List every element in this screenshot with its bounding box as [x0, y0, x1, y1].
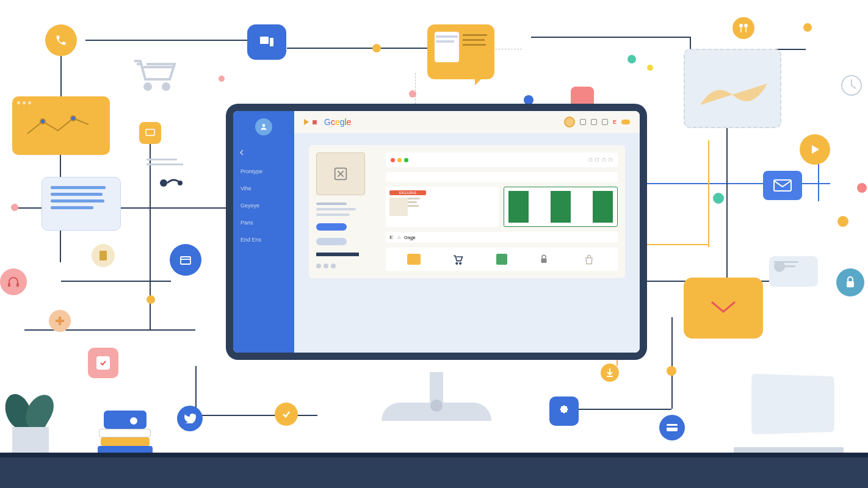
twitter-icon — [177, 406, 203, 431]
search-bar[interactable] — [386, 172, 618, 182]
app-sidebar: Prontype Vihe Geyeye Pans End Ens — [233, 111, 294, 353]
check-icon — [275, 403, 298, 426]
node-dot — [409, 90, 416, 98]
brand-logo: Gcegle — [324, 117, 351, 127]
chevron-left-icon — [238, 149, 245, 156]
connector-dashed — [415, 73, 416, 104]
connector-line — [61, 281, 171, 282]
play-icon — [800, 134, 830, 165]
svg-point-8 — [71, 116, 76, 121]
svg-point-7 — [40, 119, 45, 124]
books-decoration — [92, 400, 159, 454]
svg-rect-12 — [99, 251, 107, 260]
toolbar-icon[interactable] — [580, 119, 586, 125]
logo-strip: ◧ △ Ongje — [386, 232, 618, 243]
nested-window-header: ▢▢▢▢ — [386, 152, 618, 167]
playback-controls[interactable] — [304, 119, 317, 125]
play-icon — [304, 119, 309, 125]
sidebar-item-4[interactable]: End Ens — [238, 235, 289, 244]
svg-point-11 — [178, 181, 183, 185]
svg-rect-9 — [146, 129, 154, 135]
node-dot — [219, 76, 225, 82]
svg-rect-14 — [8, 283, 10, 287]
sidebar-item-2[interactable]: Geyeye — [238, 201, 289, 210]
desk-edge — [0, 453, 868, 458]
app-cart-icon[interactable] — [452, 254, 465, 265]
connector-line — [287, 48, 433, 49]
connector-line — [647, 244, 708, 245]
toolbar-icon[interactable] — [602, 119, 608, 125]
svg-point-25 — [460, 263, 461, 265]
content-card[interactable] — [504, 187, 618, 227]
account-avatar-icon[interactable] — [564, 117, 575, 127]
connector-line — [647, 183, 830, 184]
svg-point-24 — [456, 263, 458, 265]
node-dot — [11, 204, 18, 211]
box-icon — [170, 244, 201, 276]
node-dot — [713, 193, 724, 204]
pin-icon — [732, 17, 754, 39]
chat-icon — [427, 24, 494, 79]
svg-point-1 — [163, 84, 169, 90]
svg-rect-16 — [774, 180, 791, 191]
app-folder-icon[interactable] — [407, 254, 421, 265]
svg-point-22 — [262, 124, 266, 127]
toolbar-icon[interactable] — [591, 119, 597, 125]
connector-line — [708, 140, 709, 247]
svg-rect-20 — [667, 426, 678, 428]
sidebar-item-3[interactable]: Pans — [238, 218, 289, 227]
nested-browser-window: ▢▢▢▢ EXCLUSIVE — [309, 145, 625, 278]
node-dot — [627, 55, 636, 63]
chart-window-card — [12, 96, 110, 155]
plant-decoration — [6, 384, 55, 458]
laptop-decoration — [734, 375, 844, 454]
device-icon — [247, 24, 286, 60]
document-card — [42, 177, 121, 231]
mini-brand: Ongje — [404, 235, 416, 240]
connector-line — [60, 55, 62, 98]
node-dot — [647, 65, 653, 71]
sidebar-item-1[interactable]: Vihe — [238, 184, 289, 193]
connector-line — [85, 40, 250, 41]
node-dot — [667, 366, 676, 376]
toolbar-pill[interactable] — [621, 120, 630, 124]
node-dot — [837, 216, 848, 227]
clock-icon — [839, 73, 864, 98]
mail-icon — [763, 171, 802, 200]
svg-point-10 — [160, 179, 167, 187]
audio-icon — [159, 174, 183, 192]
card-icon — [659, 415, 685, 440]
svg-point-4 — [739, 24, 743, 27]
node-dot — [803, 23, 812, 32]
illustration-canvas: Prontype Vihe Geyeye Pans End Ens Gcegle — [0, 0, 868, 488]
app-bag-icon[interactable] — [583, 254, 596, 265]
secondary-button[interactable] — [316, 238, 347, 245]
svg-rect-15 — [16, 283, 19, 287]
stop-icon — [313, 120, 317, 124]
svg-point-5 — [744, 24, 748, 27]
app-doc-icon[interactable] — [496, 254, 507, 265]
svg-rect-2 — [260, 37, 269, 44]
connector-line — [726, 110, 728, 281]
user-avatar-icon[interactable] — [255, 118, 272, 135]
svg-rect-3 — [270, 38, 273, 46]
connector-line — [195, 415, 317, 416]
document-icon — [92, 244, 115, 267]
content-card[interactable]: EXCLUSIVE — [386, 187, 499, 227]
app-lock-icon[interactable] — [538, 254, 552, 265]
primary-button[interactable] — [316, 223, 347, 231]
node-dot — [857, 183, 867, 193]
preview-card — [769, 256, 818, 287]
checkbox-icon — [88, 348, 118, 378]
sidebar-item-0[interactable]: Prontype — [238, 167, 289, 176]
thumbnail-image — [316, 152, 365, 195]
desk-surface — [0, 458, 868, 488]
svg-point-0 — [145, 84, 151, 90]
connector-line — [671, 317, 673, 409]
headphones-icon — [0, 268, 27, 295]
node-dot — [146, 295, 155, 304]
connector-line — [531, 37, 690, 38]
app-icons-row — [386, 248, 618, 271]
cart-icon — [128, 55, 183, 98]
toolbar-badge: E — [613, 119, 617, 125]
